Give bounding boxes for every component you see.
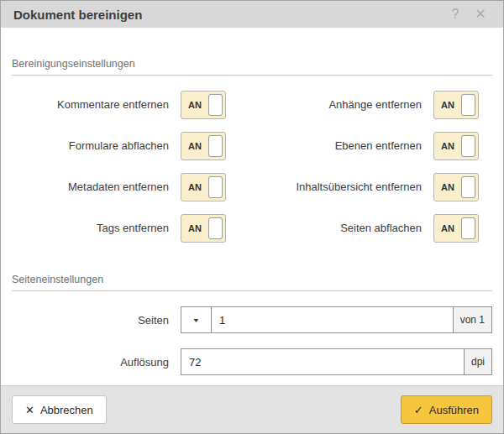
toggle-state-text: AN bbox=[441, 141, 454, 151]
toggle-label-remove-comments: Kommentare entfernen bbox=[12, 98, 169, 111]
resolution-unit-suffix: dpi bbox=[464, 349, 491, 374]
toggle-state-text: AN bbox=[188, 141, 202, 151]
toggle-remove-comments[interactable]: AN bbox=[181, 91, 226, 119]
toggle-label-flatten-pages: Seiten abflachen bbox=[238, 222, 422, 234]
resolution-input[interactable] bbox=[181, 349, 464, 374]
cleanup-toggle-grid: Kommentare entfernen AN Anhänge entferne… bbox=[12, 84, 492, 248]
toggle-knob bbox=[461, 217, 475, 239]
pages-input[interactable] bbox=[212, 307, 453, 332]
cancel-button[interactable]: ✕ Abbrechen bbox=[12, 395, 107, 424]
toggle-remove-tags[interactable]: AN bbox=[181, 214, 226, 243]
toggle-knob bbox=[208, 176, 223, 198]
toggle-knob bbox=[461, 176, 475, 198]
dialog-title: Dokument bereinigen bbox=[13, 8, 443, 22]
section-header-cleanup: Bereinigungseinstellungen bbox=[12, 58, 492, 76]
toggle-knob bbox=[208, 217, 223, 239]
run-button-label: Ausführen bbox=[429, 404, 479, 416]
cancel-button-label: Abbrechen bbox=[40, 404, 93, 416]
toggle-knob bbox=[208, 135, 223, 157]
resolution-row: Auflösung dpi bbox=[12, 348, 492, 375]
toggle-flatten-forms[interactable]: AN bbox=[181, 132, 226, 160]
pages-control-group: ▼ von 1 bbox=[181, 306, 492, 333]
toggle-knob bbox=[208, 94, 223, 116]
resolution-control-group: dpi bbox=[181, 348, 492, 375]
help-icon[interactable]: ? bbox=[443, 1, 468, 28]
chevron-down-icon: ▼ bbox=[192, 317, 201, 323]
cleanup-document-dialog: Dokument bereinigen ? ✕ Bereinigungseins… bbox=[0, 0, 504, 434]
toggle-label-remove-layers: Ebenen entfernen bbox=[238, 139, 422, 152]
toggle-remove-layers[interactable]: AN bbox=[433, 132, 479, 160]
close-icon[interactable]: ✕ bbox=[468, 1, 493, 28]
toggle-knob bbox=[461, 135, 475, 157]
toggle-state-text: AN bbox=[441, 223, 454, 233]
resolution-label: Auflösung bbox=[12, 356, 169, 369]
checkmark-icon: ✓ bbox=[414, 404, 423, 416]
toggle-label-remove-toc: Inhaltsübersicht entfernen bbox=[238, 180, 422, 193]
toggle-state-text: AN bbox=[441, 100, 454, 110]
dialog-titlebar: Dokument bereinigen ? ✕ bbox=[1, 1, 503, 28]
toggle-remove-toc[interactable]: AN bbox=[433, 173, 479, 201]
toggle-label-remove-attachments: Anhänge entfernen bbox=[238, 98, 422, 111]
toggle-knob bbox=[461, 94, 475, 116]
toggle-remove-metadata[interactable]: AN bbox=[181, 173, 226, 201]
toggle-label-remove-tags: Tags entfernen bbox=[12, 222, 169, 234]
toggle-label-remove-metadata: Metadaten entfernen bbox=[12, 180, 169, 193]
toggle-label-flatten-forms: Formulare abflachen bbox=[12, 139, 169, 152]
pages-row: Seiten ▼ von 1 bbox=[12, 306, 492, 333]
dialog-footer: ✕ Abbrechen ✓ Ausführen bbox=[1, 385, 503, 433]
pages-total-suffix: von 1 bbox=[453, 307, 491, 332]
toggle-remove-attachments[interactable]: AN bbox=[433, 91, 479, 119]
section-header-page-settings: Seiteneinstellungen bbox=[12, 274, 492, 291]
toggle-state-text: AN bbox=[188, 182, 202, 192]
toggle-state-text: AN bbox=[188, 100, 202, 110]
pages-dropdown-button[interactable]: ▼ bbox=[181, 307, 212, 332]
cancel-x-icon: ✕ bbox=[25, 404, 34, 416]
pages-label: Seiten bbox=[12, 314, 169, 327]
dialog-content: Bereinigungseinstellungen Kommentare ent… bbox=[1, 28, 503, 385]
toggle-state-text: AN bbox=[441, 182, 454, 192]
toggle-flatten-pages[interactable]: AN bbox=[433, 214, 479, 243]
run-button[interactable]: ✓ Ausführen bbox=[401, 395, 492, 424]
toggle-state-text: AN bbox=[188, 223, 202, 233]
